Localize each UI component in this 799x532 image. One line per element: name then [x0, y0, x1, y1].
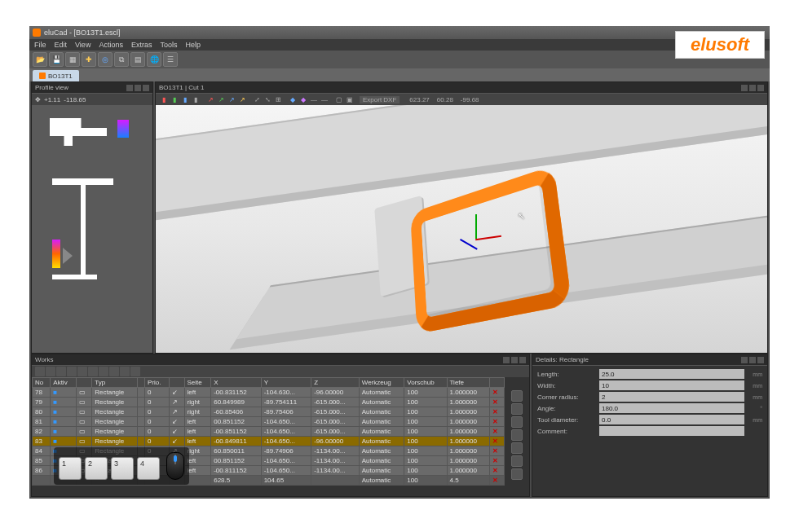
tool-icon[interactable]: ◆ — [298, 95, 308, 104]
tool-icon[interactable] — [120, 367, 130, 376]
col-header[interactable]: No — [33, 378, 51, 388]
menu-actions[interactable]: Actions — [99, 41, 123, 49]
tool-icon[interactable]: ⤢ — [252, 95, 262, 104]
3d-canvas[interactable]: ↖ — [156, 105, 767, 353]
tool-icon[interactable] — [511, 455, 523, 467]
menu-file[interactable]: File — [34, 41, 46, 49]
close-icon[interactable] — [519, 357, 526, 363]
tool-icon[interactable]: ◎ — [98, 52, 113, 67]
globe-icon[interactable]: 🌐 — [147, 52, 161, 67]
menu-edit[interactable]: Edit — [55, 41, 68, 49]
close-icon[interactable] — [757, 85, 764, 91]
col-header[interactable]: Werkzeug — [359, 378, 404, 388]
tool-icon[interactable] — [46, 367, 55, 376]
tool-icon[interactable] — [511, 416, 523, 428]
menu-help[interactable]: Help — [185, 41, 201, 49]
pin-icon[interactable] — [741, 357, 748, 363]
profile-view-header[interactable]: Profile view — [32, 82, 152, 94]
col-header[interactable]: Aktiv — [51, 378, 77, 388]
key-2: 2 — [85, 457, 108, 480]
tool-icon[interactable]: ⤡ — [263, 95, 272, 104]
col-header[interactable]: Prio. — [145, 378, 170, 388]
tool-icon[interactable] — [35, 367, 45, 376]
pin-icon[interactable] — [126, 85, 133, 91]
table-row[interactable]: 80■▭Rectangle0↗right-60.85406-89.75406-6… — [33, 407, 505, 417]
tool-icon[interactable]: — — [309, 95, 319, 104]
open-icon[interactable]: 📂 — [33, 52, 47, 67]
col-header[interactable]: Seite — [184, 378, 211, 388]
menu-extras[interactable]: Extras — [131, 41, 152, 49]
tool-icon[interactable]: — — [320, 95, 329, 104]
tool-icon[interactable] — [88, 367, 98, 376]
detail-input[interactable]: 2 — [599, 392, 744, 402]
menu-view[interactable]: View — [75, 41, 90, 49]
tool-icon[interactable] — [130, 367, 140, 376]
tool-icon[interactable]: ▮ — [180, 95, 190, 104]
tool-icon[interactable] — [109, 367, 119, 376]
col-header[interactable] — [170, 378, 184, 388]
tool-icon[interactable]: ✚ — [82, 52, 96, 67]
pin-icon[interactable] — [503, 357, 510, 363]
document-tab[interactable]: BO13T1 — [33, 70, 79, 81]
table-row[interactable]: 83■▭Rectangle0↙left-00.849811-104.650...… — [33, 437, 505, 446]
col-header[interactable] — [76, 378, 91, 388]
tool-icon[interactable]: ◆ — [288, 95, 298, 104]
detail-input[interactable]: 25.0 — [599, 369, 744, 379]
tool-icon[interactable] — [56, 367, 66, 376]
tool-icon[interactable]: ▣ — [345, 95, 355, 104]
tool-icon[interactable]: ⊞ — [273, 95, 283, 104]
export-button[interactable]: Export DXF — [360, 96, 400, 103]
col-header[interactable]: Typ — [92, 378, 138, 388]
table-row[interactable]: 79■▭Rectangle0↗right60.849989-89.754111-… — [33, 398, 505, 407]
col-header[interactable]: Y — [261, 378, 311, 388]
tool-icon[interactable] — [511, 390, 523, 402]
tool-icon[interactable]: ↗ — [216, 95, 226, 104]
tool-icon[interactable] — [67, 367, 77, 376]
table-row[interactable]: 81■▭Rectangle0↙left00.851152-104.650...-… — [33, 417, 505, 427]
save-icon[interactable]: 💾 — [49, 52, 64, 67]
profile-canvas[interactable] — [32, 105, 152, 353]
col-header[interactable]: Vorschub — [404, 378, 447, 388]
detail-input[interactable]: 0.0 — [599, 415, 744, 424]
tool-icon[interactable]: ▢ — [334, 95, 344, 104]
tool-icon[interactable] — [511, 403, 523, 415]
detail-input[interactable]: 180.0 — [599, 403, 744, 413]
menu-icon[interactable] — [135, 85, 141, 91]
table-row[interactable]: 82■▭Rectangle0↙left-00.851152-104.650...… — [33, 427, 505, 437]
tool-icon[interactable] — [511, 442, 523, 454]
menu-icon[interactable] — [749, 357, 756, 363]
tool-icon[interactable]: ↗ — [227, 95, 236, 104]
tool-icon[interactable]: ▦ — [65, 52, 80, 67]
tool-icon[interactable]: ☰ — [163, 52, 178, 67]
close-icon[interactable] — [757, 357, 764, 363]
tool-icon[interactable]: ↗ — [237, 95, 247, 104]
tool-icon[interactable]: ▮ — [159, 95, 169, 104]
3d-view-header[interactable]: BO13T1 | Cut 1 — [156, 82, 767, 94]
tool-icon[interactable] — [77, 367, 87, 376]
tool-icon[interactable]: ▤ — [130, 52, 145, 67]
table-row[interactable]: 78■▭Rectangle0↙left-00.831152-104.630...… — [33, 388, 505, 398]
titlebar[interactable]: eluCad - [BO13T1.escl] — [29, 26, 770, 39]
tool-icon[interactable]: ▮ — [170, 95, 179, 104]
details-header[interactable]: Details: Rectangle — [532, 354, 767, 366]
menu-icon[interactable] — [511, 357, 518, 363]
pin-icon[interactable] — [741, 85, 748, 91]
col-header[interactable] — [489, 378, 504, 388]
detail-input[interactable]: 10 — [599, 380, 744, 390]
tool-icon[interactable]: ▮ — [191, 95, 201, 104]
tool-icon[interactable] — [99, 367, 108, 376]
tool-icon[interactable] — [511, 468, 523, 480]
tool-icon[interactable]: ↗ — [205, 95, 215, 104]
menu-icon[interactable] — [749, 85, 756, 91]
col-header[interactable]: Z — [311, 378, 360, 388]
col-header[interactable]: Tiefe — [447, 378, 489, 388]
menu-tools[interactable]: Tools — [160, 41, 177, 49]
tool-icon[interactable]: ⧉ — [114, 52, 129, 67]
cursor-icon[interactable]: ✥ — [35, 96, 41, 103]
close-icon[interactable] — [143, 85, 149, 91]
detail-input[interactable] — [599, 426, 744, 436]
col-header[interactable] — [137, 378, 144, 388]
col-header[interactable]: X — [211, 378, 261, 388]
works-header[interactable]: Works — [32, 354, 529, 366]
tool-icon[interactable] — [511, 429, 523, 441]
